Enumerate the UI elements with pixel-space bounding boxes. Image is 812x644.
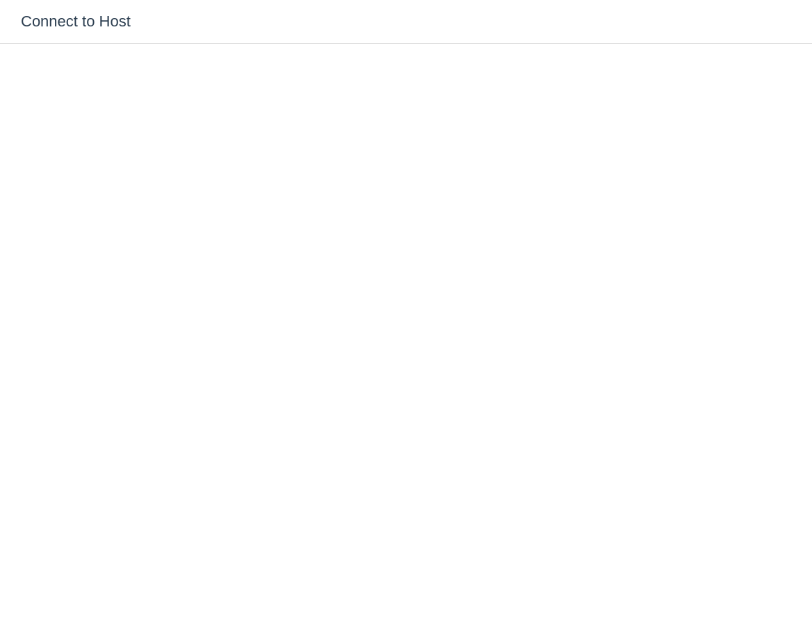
form-container [0, 44, 812, 86]
page-title: Connect to Host [21, 13, 791, 31]
page-header: Connect to Host [0, 0, 812, 44]
